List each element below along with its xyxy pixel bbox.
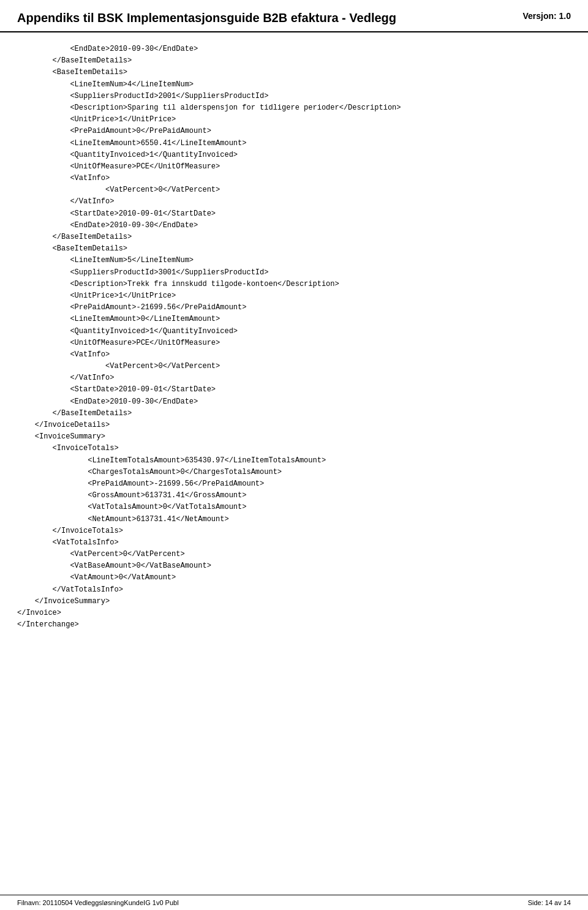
page-header: Appendiks til BSK Implementasjonsguide B… <box>0 0 588 32</box>
page-footer: Filnavn: 20110504 VedleggsløsningKundeIG… <box>0 895 588 910</box>
footer-filename: Filnavn: 20110504 VedleggsløsningKundeIG… <box>17 899 179 906</box>
xml-content: <EndDate>2010-09-30</EndDate> </BaseItem… <box>17 43 571 631</box>
main-content: <EndDate>2010-09-30</EndDate> </BaseItem… <box>0 32 588 680</box>
page-title: Appendiks til BSK Implementasjonsguide B… <box>17 11 396 25</box>
footer-page: Side: 14 av 14 <box>528 899 571 906</box>
version-label: Versjon: 1.0 <box>522 11 571 21</box>
